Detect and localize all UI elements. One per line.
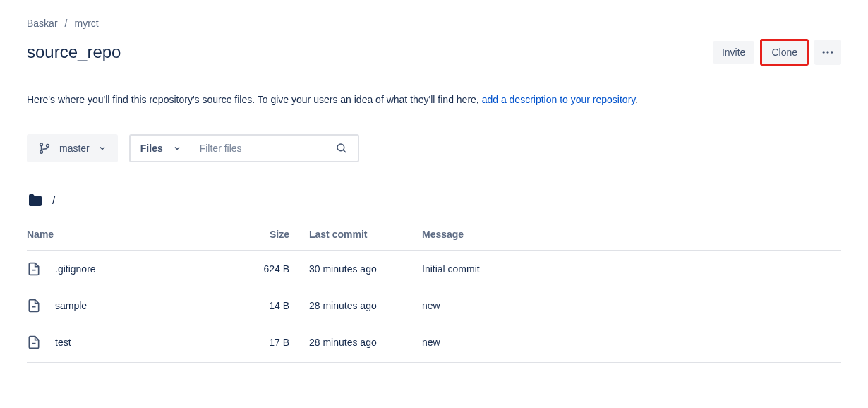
file-link[interactable]: sample [55,300,87,311]
files-type-selector[interactable]: Files [131,136,191,160]
svg-point-0 [823,51,825,53]
file-link[interactable]: .gitignore [55,263,96,275]
svg-point-2 [831,51,833,53]
files-selector-label: Files [140,143,163,154]
file-size: 14 B [239,287,309,324]
chevron-down-icon [173,144,181,152]
table-row: test17 B28 minutes agonew [27,324,841,363]
clone-button[interactable]: Clone [760,39,809,66]
page-title: source_repo [27,42,121,62]
svg-point-6 [337,144,344,151]
breadcrumb-repo[interactable]: myrct [74,18,98,29]
table-row: sample14 B28 minutes agonew [27,287,841,324]
toolbar: master Files [27,134,841,162]
more-actions-button[interactable] [814,40,841,65]
folder-icon [27,192,44,209]
header-row: source_repo Invite Clone [27,39,841,66]
actions: Invite Clone [713,39,841,66]
file-link[interactable]: test [55,337,71,348]
file-last-commit: 30 minutes ago [309,251,422,288]
svg-point-3 [40,143,43,146]
col-header-last-commit: Last commit [309,222,422,251]
col-header-name: Name [27,222,239,251]
path-row: / [27,192,841,209]
search-icon [335,142,348,155]
file-message: new [422,324,841,363]
svg-point-1 [826,51,828,53]
file-icon [27,335,41,349]
table-row: .gitignore624 B30 minutes agoInitial com… [27,251,841,288]
description-text: Here's where you'll find this repository… [27,94,482,105]
filter-files-input[interactable] [191,136,325,160]
branch-icon [38,142,51,155]
file-last-commit: 28 minutes ago [309,324,422,363]
search-button[interactable] [325,136,358,161]
file-message: Initial commit [422,251,841,288]
add-description-link[interactable]: add a description to your repository [482,94,636,105]
current-path: / [52,194,55,207]
file-table: Name Size Last commit Message .gitignore… [27,222,841,363]
chevron-down-icon [98,144,107,152]
branch-name: master [59,143,90,154]
svg-line-7 [343,150,346,152]
repo-description: Here's where you'll find this repository… [27,92,841,107]
ellipsis-horizontal-icon [821,45,835,59]
svg-point-4 [40,150,43,153]
breadcrumb: Baskar / myrct [27,18,841,29]
files-filter: Files [129,134,359,162]
col-header-size: Size [239,222,309,251]
file-icon [27,262,41,276]
branch-selector[interactable]: master [27,134,118,162]
file-last-commit: 28 minutes ago [309,287,422,324]
file-message: new [422,287,841,324]
file-size: 17 B [239,324,309,363]
invite-button[interactable]: Invite [713,41,754,64]
col-header-message: Message [422,222,841,251]
svg-point-5 [47,144,49,147]
breadcrumb-owner[interactable]: Baskar [27,18,58,29]
file-size: 624 B [239,251,309,288]
file-icon [27,299,41,313]
breadcrumb-separator: / [65,18,68,29]
